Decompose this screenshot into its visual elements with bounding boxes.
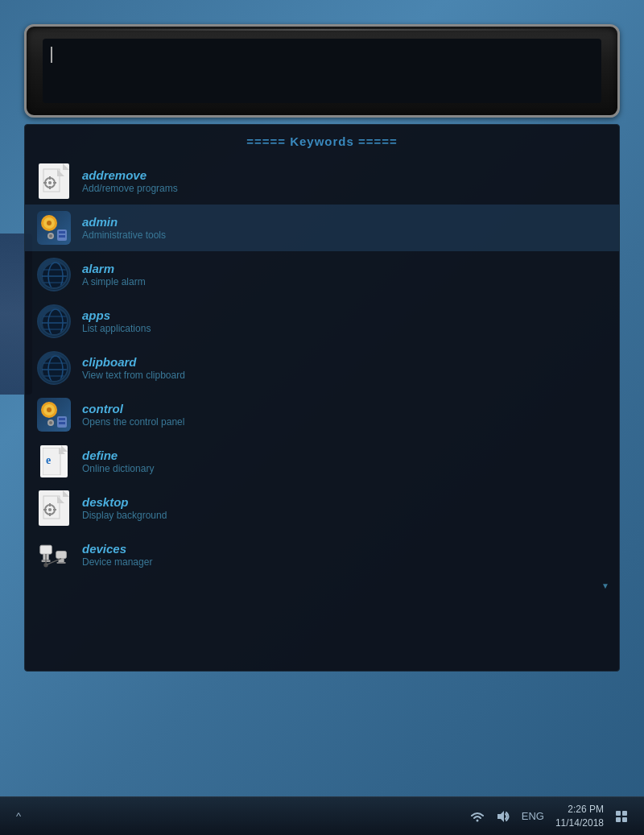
define-icon: e [37, 444, 71, 478]
control-text: control Opens the control panel [82, 402, 184, 428]
list-item[interactable]: control Opens the control panel [25, 391, 619, 438]
scroll-down-arrow: ▼ [601, 581, 609, 590]
addremove-icon [37, 164, 71, 198]
svg-point-54 [43, 563, 47, 567]
list-item[interactable]: devices Device manager [25, 531, 619, 578]
list-item[interactable]: addremove Add/remove programs [25, 158, 619, 205]
svg-point-9 [47, 221, 52, 225]
svg-rect-59 [616, 817, 621, 822]
svg-rect-35 [59, 422, 65, 424]
svg-rect-47 [40, 545, 52, 554]
svg-point-42 [48, 508, 52, 511]
clipboard-text: clipboard View text from clipboard [82, 355, 185, 381]
search-input-area[interactable] [43, 39, 601, 103]
wifi-icon[interactable] [470, 810, 485, 823]
search-box[interactable] [24, 24, 620, 118]
clipboard-icon [37, 351, 71, 385]
notification-icon[interactable] [615, 810, 628, 823]
svg-rect-50 [56, 551, 67, 558]
devices-icon [37, 538, 71, 572]
taskbar: ^ ENG 2:26 PM 11/14/2018 [0, 796, 644, 835]
control-icon [37, 398, 71, 432]
list-item[interactable]: apps List applications [25, 298, 619, 345]
svg-point-32 [47, 407, 52, 412]
taskbar-clock[interactable]: 2:26 PM 11/14/2018 [555, 803, 604, 830]
date-display: 11/14/2018 [555, 816, 604, 830]
svg-rect-52 [57, 562, 66, 564]
svg-point-37 [49, 421, 52, 424]
list-item[interactable]: desktop Display background [25, 485, 619, 531]
taskbar-system-icons: ENG 2:26 PM 11/14/2018 [470, 803, 628, 830]
alarm-text: alarm A simple alarm [82, 262, 146, 287]
time-display: 2:26 PM [555, 803, 604, 816]
list-item[interactable]: clipboard View text from clipboard [25, 345, 619, 391]
text-cursor [51, 47, 52, 63]
list-item[interactable]: alarm A simple alarm [25, 251, 619, 298]
svg-rect-58 [622, 811, 627, 816]
addremove-text: addremove Add/remove programs [82, 168, 178, 194]
volume-icon[interactable] [496, 810, 510, 823]
keywords-header: ===== Keywords ===== [25, 134, 619, 158]
svg-rect-12 [59, 235, 65, 238]
svg-rect-57 [616, 811, 621, 816]
svg-rect-34 [59, 418, 65, 420]
desktop-icon [37, 491, 71, 525]
svg-point-2 [48, 181, 52, 184]
admin-text: admin Administrative tools [82, 215, 166, 241]
apps-text: apps List applications [82, 308, 151, 334]
devices-text: devices Device manager [82, 542, 152, 568]
svg-rect-60 [622, 817, 627, 822]
admin-icon [37, 211, 71, 245]
svg-point-14 [49, 234, 52, 238]
svg-text:e: e [46, 454, 51, 466]
language-indicator[interactable]: ENG [522, 810, 544, 822]
taskbar-left: ^ [16, 810, 21, 822]
define-text: define Online dictionary [82, 449, 154, 474]
keywords-panel: ===== Keywords ===== [24, 124, 620, 672]
launcher-container: ===== Keywords ===== [24, 24, 620, 672]
chevron-up-icon[interactable]: ^ [16, 810, 21, 822]
list-item[interactable]: e define Online dictionary [25, 438, 619, 485]
scroll-indicator: ▼ [25, 578, 619, 593]
desktop-text: desktop Display background [82, 495, 167, 521]
svg-rect-11 [59, 231, 65, 234]
apps-icon [37, 304, 71, 338]
svg-marker-56 [497, 811, 504, 822]
list-item[interactable]: admin Administrative tools [25, 205, 619, 251]
alarm-icon [37, 258, 71, 291]
